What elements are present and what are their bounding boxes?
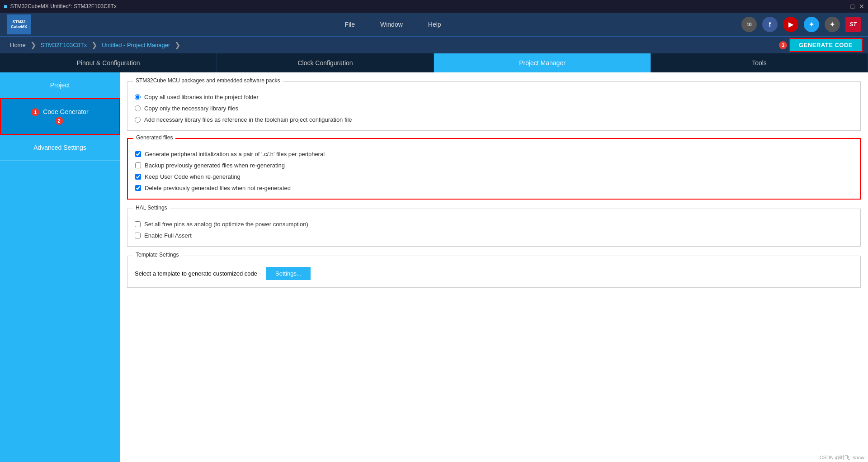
footer: CSDN @叶飞_snow — [816, 453, 868, 462]
main-layout: Project 1 Code Generator 2 Advanced Sett… — [0, 72, 868, 462]
radio-add-reference[interactable] — [135, 117, 141, 123]
radio-item-2[interactable]: Add necessary library files as reference… — [135, 116, 853, 123]
breadcrumb-project[interactable]: Untitled - Project Manager — [97, 42, 175, 48]
close-button[interactable]: ✕ — [859, 3, 864, 10]
checkbox-keep-user-code[interactable] — [135, 174, 141, 180]
st-logo-icon: ST — [845, 17, 861, 32]
tab-clock[interactable]: Clock Configuration — [217, 53, 434, 72]
hal-checkboxes: Set all free pins as analog (to optimize… — [135, 221, 853, 239]
menu-items: File Window Help — [44, 13, 741, 36]
logo-box: STM32 CubeMX — [7, 14, 31, 34]
breadcrumb-arrow-1: ❯ — [30, 41, 36, 49]
network-icon[interactable]: ✦ — [825, 17, 840, 32]
menu-file[interactable]: File — [332, 13, 368, 36]
radio-group: Copy all used libraries into the project… — [135, 94, 853, 123]
minimize-button[interactable]: — — [840, 3, 846, 10]
generated-files-checkboxes: Generate peripheral initialization as a … — [135, 151, 853, 191]
generated-files-title: Generated files — [133, 134, 175, 141]
menu-help[interactable]: Help — [415, 13, 454, 36]
youtube-icon[interactable]: ▶ — [783, 17, 798, 32]
generated-files-section: Generated files Generate peripheral init… — [127, 138, 861, 200]
breadcrumb-arrow-3: ❯ — [175, 41, 180, 49]
hal-check-item-0[interactable]: Set all free pins as analog (to optimize… — [135, 221, 853, 228]
checkbox-delete-generated[interactable] — [135, 185, 141, 191]
radio-copy-all[interactable] — [135, 94, 141, 100]
sidebar: Project 1 Code Generator 2 Advanced Sett… — [0, 72, 120, 462]
facebook-icon[interactable]: f — [762, 17, 778, 32]
mcu-section-title: STM32Cube MCU packages and embedded soft… — [133, 77, 283, 84]
app-icon: ■ — [4, 3, 7, 10]
radio-item-1[interactable]: Copy only the necessary library files — [135, 105, 853, 112]
sidebar-item-project[interactable]: Project — [0, 72, 120, 98]
logo: STM32 CubeMX — [7, 14, 31, 34]
checkbox-analog-pins[interactable] — [135, 221, 141, 227]
window-controls[interactable]: — □ ✕ — [840, 3, 864, 10]
anniversary-icon: 10 — [741, 17, 757, 32]
mcu-packages-section: STM32Cube MCU packages and embedded soft… — [127, 81, 861, 131]
checkbox-generate-pair[interactable] — [135, 151, 141, 157]
breadcrumb-arrow-2: ❯ — [91, 41, 97, 49]
checkbox-full-assert[interactable] — [135, 233, 141, 238]
tab-project-manager[interactable]: Project Manager — [434, 53, 651, 72]
social-icons: 10 f ▶ ✦ ✦ ST — [741, 17, 861, 32]
sidebar-item-code-generator[interactable]: 1 Code Generator 2 — [0, 98, 120, 135]
radio-copy-necessary[interactable] — [135, 105, 141, 111]
radio-item-0[interactable]: Copy all used libraries into the project… — [135, 94, 853, 100]
tab-tools[interactable]: Tools — [651, 53, 868, 72]
check-item-3[interactable]: Delete previously generated files when n… — [135, 185, 853, 191]
sidebar-badge-2: 2 — [55, 117, 63, 125]
breadcrumb-bar: Home ❯ STM32F103C8Tx ❯ Untitled - Projec… — [0, 36, 868, 53]
generate-code-button[interactable]: GENERATE CODE — [789, 38, 863, 52]
hal-check-item-1[interactable]: Enable Full Assert — [135, 232, 853, 239]
maximize-button[interactable]: □ — [851, 3, 854, 10]
hal-section-title: HAL Settings — [133, 205, 170, 211]
tab-bar: Pinout & Configuration Clock Configurati… — [0, 53, 868, 72]
settings-button[interactable]: Settings... — [266, 267, 311, 280]
menu-bar: STM32 CubeMX File Window Help 10 f ▶ ✦ ✦… — [0, 13, 868, 36]
sidebar-badge-1: 1 — [31, 108, 39, 116]
template-section-title: Template Settings — [133, 252, 181, 258]
check-item-1[interactable]: Backup previously generated files when r… — [135, 162, 853, 169]
tab-pinout[interactable]: Pinout & Configuration — [0, 53, 217, 72]
window-title: ■ STM32CubeMX Untitled*: STM32F103C8Tx — [4, 3, 117, 10]
checkbox-backup[interactable] — [135, 162, 141, 168]
content-area: STM32Cube MCU packages and embedded soft… — [120, 72, 868, 462]
title-bar: ■ STM32CubeMX Untitled*: STM32F103C8Tx —… — [0, 0, 868, 13]
hal-settings-section: HAL Settings Set all free pins as analog… — [127, 209, 861, 247]
breadcrumb-chip[interactable]: STM32F103C8Tx — [36, 42, 92, 48]
template-settings-section: Template Settings Select a template to g… — [127, 256, 861, 288]
check-item-2[interactable]: Keep User Code when re-generating — [135, 173, 853, 180]
breadcrumb-home[interactable]: Home — [5, 42, 30, 48]
generate-badge: 3 — [779, 41, 787, 49]
menu-window[interactable]: Window — [368, 13, 415, 36]
sidebar-item-advanced-settings[interactable]: Advanced Settings — [0, 135, 120, 161]
twitter-icon[interactable]: ✦ — [804, 17, 819, 32]
template-row: Select a template to generate customized… — [135, 267, 853, 280]
check-item-0[interactable]: Generate peripheral initialization as a … — [135, 151, 853, 157]
